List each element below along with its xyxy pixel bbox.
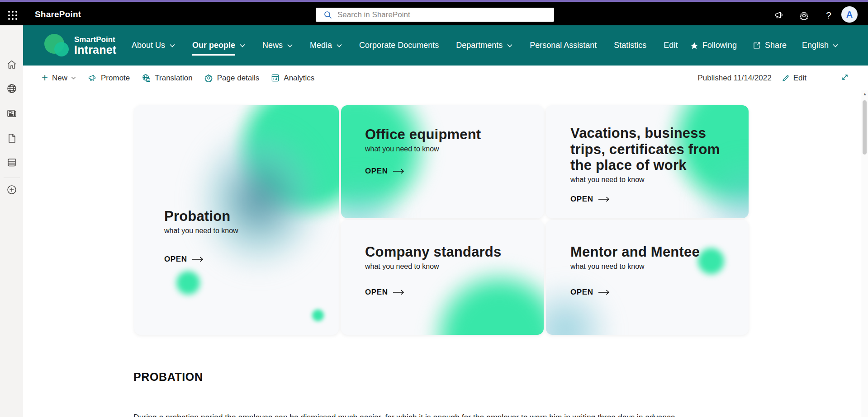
share-button[interactable]: Share — [752, 41, 787, 50]
open-link[interactable]: OPEN — [365, 167, 481, 176]
megaphone-icon[interactable] — [773, 9, 785, 22]
section-body-preview: During a probation period the employee c… — [133, 412, 699, 417]
chevron-down-icon — [287, 44, 293, 47]
site-header: SmartPoint Intranet About Us Our people … — [23, 25, 868, 66]
arrow-right-icon — [598, 290, 610, 295]
add-icon[interactable] — [6, 184, 17, 195]
expand-icon[interactable] — [840, 73, 849, 82]
site-logo-icon — [44, 33, 71, 58]
nav-about-us[interactable]: About Us — [132, 25, 175, 66]
appbar-divider — [4, 178, 20, 178]
chevron-down-icon — [240, 44, 245, 47]
card-office-equipment[interactable]: Office equipment what you need to know O… — [341, 105, 544, 218]
search-box[interactable] — [316, 8, 554, 22]
gear-icon — [204, 74, 213, 82]
nav-media[interactable]: Media — [310, 25, 342, 66]
section-heading: PROBATION — [133, 370, 203, 384]
card-subtitle: what you need to know — [365, 262, 501, 271]
card-probation[interactable]: Probation what you need to know OPEN — [134, 105, 339, 335]
share-icon — [752, 41, 761, 50]
pencil-icon — [782, 74, 790, 82]
help-icon[interactable]: ? — [822, 9, 835, 22]
news-icon[interactable] — [6, 108, 17, 119]
scroll-up-arrow[interactable]: ▲ — [863, 92, 867, 96]
nav-personal-assistant[interactable]: Personal Assistant — [530, 25, 597, 66]
chevron-down-icon — [71, 76, 76, 80]
account-avatar[interactable]: A — [841, 6, 858, 23]
translation-button[interactable]: a Translation — [142, 74, 192, 83]
main-nav: About Us Our people News Media Corporate… — [132, 25, 678, 66]
edit-page-button[interactable]: Edit — [782, 74, 806, 83]
logo-line1: SmartPoint — [74, 36, 116, 43]
plus-icon: + — [42, 72, 48, 83]
nav-statistics[interactable]: Statistics — [614, 25, 646, 66]
arrow-right-icon — [393, 290, 404, 295]
promote-button[interactable]: Promote — [88, 74, 130, 83]
open-link[interactable]: OPEN — [365, 288, 501, 297]
header-actions: Following Share English — [690, 25, 838, 66]
chevron-down-icon — [507, 44, 512, 47]
card-subtitle: what you need to know — [570, 176, 730, 184]
chevron-down-icon — [337, 44, 342, 47]
vertical-scrollbar[interactable]: ▲ — [861, 90, 868, 417]
card-mentor-and-mentee[interactable]: Mentor and Mentee what you need to know … — [546, 220, 749, 335]
card-title: Company standards — [365, 244, 501, 260]
card-vacations[interactable]: Vacations, business trips, certificates … — [546, 105, 749, 218]
card-title: Probation — [164, 208, 238, 225]
card-subtitle: what you need to know — [570, 262, 700, 271]
decorative-blob — [232, 105, 339, 222]
decorative-blob — [312, 309, 324, 321]
new-button[interactable]: + New — [42, 73, 76, 83]
card-company-standards[interactable]: Company standards what you need to know … — [341, 220, 544, 335]
nav-our-people[interactable]: Our people — [192, 25, 245, 66]
card-subtitle: what you need to know — [164, 227, 238, 235]
home-icon[interactable] — [6, 59, 17, 70]
following-button[interactable]: Following — [690, 41, 737, 50]
arrow-right-icon — [598, 197, 610, 202]
library-icon[interactable] — [6, 157, 17, 168]
search-icon — [324, 11, 332, 19]
gear-icon[interactable] — [797, 9, 810, 22]
translate-globe-icon: a — [142, 74, 151, 83]
open-link[interactable]: OPEN — [164, 255, 238, 264]
logo-line2: Intranet — [74, 44, 116, 56]
nav-corporate-documents[interactable]: Corporate Documents — [359, 25, 439, 66]
command-bar: + New Promote a Translation — [23, 66, 861, 90]
suite-bar: SharePoint ? A — [0, 2, 868, 25]
scroll-thumb[interactable] — [863, 100, 867, 155]
globe-icon[interactable] — [6, 83, 17, 94]
card-title: Office equipment — [365, 127, 481, 143]
arrow-right-icon — [393, 169, 404, 174]
page-details-button[interactable]: Page details — [204, 74, 260, 83]
nav-departments[interactable]: Departments — [456, 25, 512, 66]
analytics-button[interactable]: Analytics — [271, 74, 314, 83]
decorative-blob — [698, 248, 724, 274]
decorative-blob — [176, 271, 200, 295]
language-selector[interactable]: English — [802, 41, 838, 50]
suite-app-title: SharePoint — [35, 9, 81, 19]
decorative-blob — [341, 173, 404, 218]
site-logo[interactable]: SmartPoint Intranet — [44, 33, 116, 58]
published-date: Published 11/14/2022 — [697, 74, 771, 83]
arrow-right-icon — [192, 257, 204, 262]
app-launcher-icon[interactable] — [5, 8, 20, 23]
nav-news[interactable]: News — [262, 25, 293, 66]
star-icon — [690, 42, 698, 50]
left-app-bar — [0, 25, 23, 417]
page: SharePoint ? A — [0, 0, 868, 417]
open-link[interactable]: OPEN — [570, 195, 730, 204]
chevron-down-icon — [833, 44, 838, 47]
megaphone-icon — [88, 74, 97, 82]
card-title: Mentor and Mentee — [570, 244, 700, 260]
card-subtitle: what you need to know — [365, 145, 481, 153]
open-link[interactable]: OPEN — [570, 288, 700, 297]
search-input[interactable] — [337, 10, 554, 20]
nav-edit[interactable]: Edit — [664, 25, 678, 66]
document-icon[interactable] — [6, 133, 17, 144]
card-title: Vacations, business trips, certificates … — [570, 125, 730, 173]
analytics-chart-icon — [271, 74, 280, 82]
quick-links-grid: Probation what you need to know OPEN Off… — [134, 105, 749, 335]
chevron-down-icon — [170, 44, 175, 47]
